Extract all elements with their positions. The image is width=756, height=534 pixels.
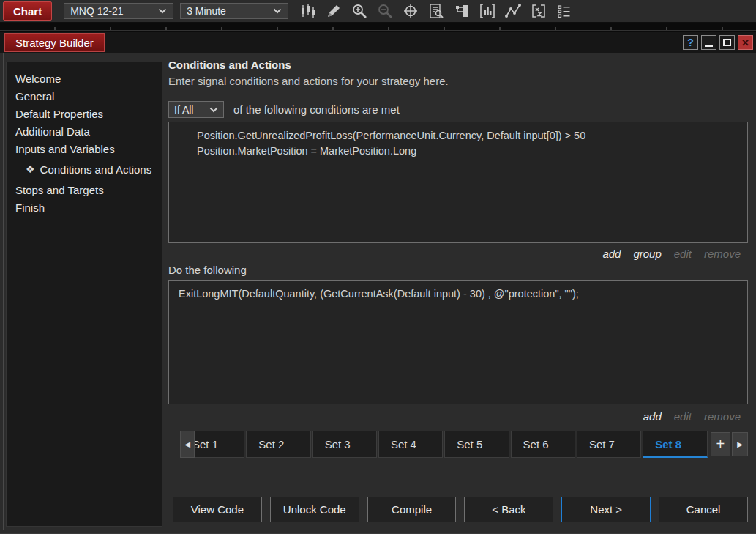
data-box-icon[interactable] — [427, 2, 445, 20]
crosshair-icon[interactable] — [402, 2, 419, 20]
selected-diamond-icon: ❖ — [26, 163, 35, 175]
sidebar-item-finish[interactable]: Finish — [7, 199, 162, 216]
tab-set-8[interactable]: Set 8 — [643, 431, 707, 458]
tick-line — [0, 30, 756, 31]
condition-item[interactable]: Position.MarketPosition = MarketPosition… — [197, 144, 740, 159]
minimize-button[interactable] — [701, 35, 716, 50]
chevron-down-icon — [209, 107, 218, 113]
actions-label: Do the following — [168, 264, 247, 276]
chart-window-tab[interactable]: Chart — [3, 1, 52, 21]
divider — [168, 94, 748, 94]
maximize-icon — [723, 39, 731, 46]
condition-mode-select[interactable]: If All — [168, 101, 224, 118]
conditions-links: add group edit remove — [602, 248, 741, 260]
condition-mode-row: If All of the following conditions are m… — [168, 101, 400, 118]
screen: Chart MNQ 12-21 3 Minute — [0, 0, 756, 534]
actions-list[interactable]: ExitLongMIT(DefaultQuantity, (GetCurrent… — [168, 280, 748, 404]
actions-add-link[interactable]: add — [643, 410, 662, 423]
chevron-down-icon — [158, 8, 167, 14]
tab-set-7[interactable]: Set 7 — [577, 431, 641, 458]
back-button[interactable]: < Back — [464, 497, 553, 522]
compile-button[interactable]: Compile — [367, 497, 457, 522]
tab-set-3[interactable]: Set 3 — [312, 431, 377, 458]
sidebar-item-welcome[interactable]: Welcome — [7, 70, 162, 87]
window-controls: ? ✕ — [683, 35, 753, 50]
candlestick-chart-icon[interactable] — [299, 2, 317, 20]
tab-set-6[interactable]: Set 6 — [511, 431, 575, 458]
interval-selector[interactable]: 3 Minute — [180, 3, 288, 19]
instrument-selector[interactable]: MNQ 12-21 — [64, 3, 173, 19]
sidebar-item-stops-and-targets[interactable]: Stops and Targets — [7, 181, 162, 199]
page-title: Conditions and Actions — [168, 59, 291, 71]
instrument-value: MNQ 12-21 — [70, 5, 123, 17]
actions-edit-link: edit — [674, 410, 692, 423]
next-button[interactable]: Next > — [561, 497, 651, 522]
sidebar-item-label: Conditions and Actions — [40, 163, 152, 176]
minimize-icon — [705, 45, 713, 47]
tick-marks — [0, 27, 756, 30]
view-code-button[interactable]: View Code — [173, 497, 262, 522]
actions-links: add edit remove — [643, 410, 741, 423]
left-edge-line — [3, 53, 4, 530]
main-panel: Conditions and Actions Enter signal cond… — [168, 59, 748, 533]
condition-mode-value: If All — [174, 104, 193, 116]
close-button[interactable]: ✕ — [738, 35, 753, 50]
dialog-buttons: View Code Unlock Code Compile < Back Nex… — [173, 497, 748, 522]
dialog-body: Welcome General Default Properties Addit… — [0, 53, 756, 534]
draw-icon[interactable] — [325, 2, 343, 20]
conditions-group-link[interactable]: group — [633, 248, 661, 260]
add-set-button[interactable]: + — [711, 432, 731, 456]
indicators-icon[interactable] — [479, 2, 496, 20]
window-gap-band — [0, 23, 756, 32]
strategies-icon[interactable] — [504, 2, 522, 20]
chart-toolbar: Chart MNQ 12-21 3 Minute — [0, 0, 756, 23]
maximize-button[interactable] — [719, 35, 735, 50]
strategy-analyzer-icon[interactable] — [530, 2, 547, 20]
sidebar: Welcome General Default Properties Addit… — [6, 62, 162, 527]
tab-set-5[interactable]: Set 5 — [444, 431, 509, 458]
tab-scroll-left-button[interactable]: ◀ — [180, 431, 195, 458]
chart-trader-icon[interactable] — [453, 2, 471, 20]
dialog-title: Strategy Builder — [4, 33, 105, 52]
conditions-add-link[interactable]: add — [602, 248, 621, 260]
actions-remove-link: remove — [704, 410, 741, 423]
conditions-remove-link: remove — [704, 248, 741, 260]
set-tabstrip: ◀ Set 1 Set 2 Set 3 Set 4 Set 5 Set 6 Se… — [180, 431, 748, 458]
condition-item[interactable]: Position.GetUnrealizedProfitLoss(Perform… — [197, 128, 740, 144]
tab-scroll-right-button[interactable]: ▶ — [732, 432, 748, 456]
condition-mode-suffix: of the following conditions are met — [233, 103, 400, 116]
zoom-out-icon — [376, 2, 394, 20]
sidebar-item-additional-data[interactable]: Additional Data — [7, 122, 162, 140]
action-item[interactable]: ExitLongMIT(DefaultQuantity, (GetCurrent… — [179, 286, 740, 302]
unlock-code-button[interactable]: Unlock Code — [270, 497, 359, 522]
sidebar-item-general[interactable]: General — [7, 87, 162, 105]
tab-set-2[interactable]: Set 2 — [246, 431, 310, 458]
tab-set-4[interactable]: Set 4 — [378, 431, 443, 458]
chevron-down-icon — [273, 8, 282, 14]
cancel-button[interactable]: Cancel — [659, 497, 748, 522]
sidebar-item-conditions-and-actions[interactable]: ❖ Conditions and Actions — [7, 160, 162, 178]
toolbar-icon-group — [299, 2, 573, 20]
conditions-list[interactable]: Position.GetUnrealizedProfitLoss(Perform… — [168, 122, 748, 243]
conditions-edit-link: edit — [674, 248, 692, 260]
help-button[interactable]: ? — [683, 35, 698, 50]
interval-value: 3 Minute — [187, 5, 226, 17]
properties-list-icon[interactable] — [555, 2, 573, 20]
dialog-titlebar[interactable]: Strategy Builder ? ✕ — [0, 32, 756, 53]
page-subtitle: Enter signal conditions and actions for … — [168, 75, 449, 87]
sidebar-item-default-properties[interactable]: Default Properties — [7, 105, 162, 122]
sidebar-item-inputs-and-variables[interactable]: Inputs and Variables — [7, 140, 162, 157]
zoom-in-icon[interactable] — [351, 2, 368, 20]
